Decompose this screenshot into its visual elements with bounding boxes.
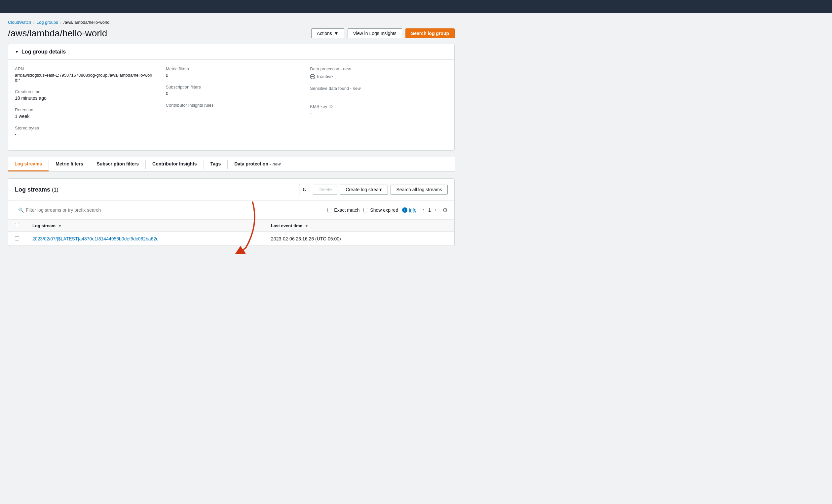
arn-label: ARN xyxy=(15,67,152,71)
toggle-icon[interactable]: ▼ xyxy=(15,50,19,54)
exact-match-label: Exact match xyxy=(334,207,360,213)
stored-bytes-value: - xyxy=(15,132,152,137)
filter-row: 🔍 Exact match Show expired i Info xyxy=(8,201,454,220)
subscription-filters-label: Subscription filters xyxy=(166,84,297,89)
sort-icon-time: ▼ xyxy=(305,224,308,228)
log-streams-card: Log streams (1) ↻ Delete Create log stre… xyxy=(8,178,454,246)
metric-filters-label: Metric filters xyxy=(166,67,297,71)
search-all-log-streams-button[interactable]: Search all log streams xyxy=(391,185,448,194)
page-title: /aws/lambda/hello-world xyxy=(8,28,107,38)
stream-link[interactable]: 2023/02/07/[$LATEST]a4870e1f81444956b0de… xyxy=(32,236,158,241)
card-header: ▼ Log group details xyxy=(8,44,454,60)
tab-tags[interactable]: Tags xyxy=(204,157,228,171)
breadcrumb-current: /aws/lambda/hello-world xyxy=(63,20,109,25)
header-actions: Actions ▼ View in Logs Insights Search l… xyxy=(311,28,454,38)
details-col-2: Metric filters 0 Subscription filters 0 … xyxy=(159,67,304,144)
row-checkbox-cell xyxy=(8,232,26,246)
show-expired-checkbox[interactable] xyxy=(363,208,368,212)
table-head: Log stream ▼ Last event time ▼ xyxy=(8,220,454,232)
page-header: /aws/lambda/hello-world Actions ▼ View i… xyxy=(8,28,454,38)
search-log-group-button[interactable]: Search log group xyxy=(406,28,454,38)
breadcrumb-cloudwatch[interactable]: CloudWatch xyxy=(8,20,31,25)
inactive-badge: Inactive xyxy=(310,74,333,79)
data-protection-label: Data protection - new xyxy=(310,67,441,71)
sensitive-data-label: Sensitive data found - new xyxy=(310,86,441,91)
table-header-row: Log stream ▼ Last event time ▼ xyxy=(8,220,454,232)
info-icon: i xyxy=(402,207,408,213)
search-all-label: Search all log streams xyxy=(396,187,442,192)
retention-item: Retention 1 week xyxy=(15,107,152,119)
create-log-stream-button[interactable]: Create log stream xyxy=(340,185,388,194)
subscription-filters-item: Subscription filters 0 xyxy=(166,84,297,96)
tab-subscription-filters[interactable]: Subscription filters xyxy=(90,157,146,171)
subscription-filters-value: 0 xyxy=(166,91,297,96)
row-stream-cell: 2023/02/07/[$LATEST]a4870e1f81444956b0de… xyxy=(26,232,264,246)
search-icon: 🔍 xyxy=(18,207,24,213)
th-log-stream[interactable]: Log stream ▼ xyxy=(26,220,264,232)
actions-button[interactable]: Actions ▼ xyxy=(311,28,344,38)
section-title: Log streams (1) xyxy=(15,186,58,193)
settings-icon: ⚙ xyxy=(442,207,448,213)
refresh-button[interactable]: ↻ xyxy=(299,184,310,195)
filter-input[interactable] xyxy=(15,205,246,215)
th-checkbox xyxy=(8,220,26,232)
info-link[interactable]: i Info xyxy=(402,207,416,213)
sensitive-data-badge: new xyxy=(353,86,361,91)
metric-filters-item: Metric filters 0 xyxy=(166,67,297,78)
contributor-insights-label: Contributor Insights rules xyxy=(166,103,297,108)
card-title: Log group details xyxy=(22,49,66,55)
data-protection-item: Data protection - new Inactive xyxy=(310,67,441,79)
retention-value: 1 week xyxy=(15,114,152,119)
tab-contributor-insights[interactable]: Contributor Insights xyxy=(146,157,204,171)
details-col-1: ARN arn:aws:logs:us-east-1:795871678808:… xyxy=(15,67,159,144)
settings-button[interactable]: ⚙ xyxy=(442,206,448,214)
details-grid: ARN arn:aws:logs:us-east-1:795871678808:… xyxy=(15,67,448,144)
view-insights-button[interactable]: View in Logs Insights xyxy=(347,28,402,38)
row-checkbox[interactable] xyxy=(15,236,19,240)
retention-label: Retention xyxy=(15,107,152,112)
tab-log-streams[interactable]: Log streams xyxy=(8,157,49,171)
show-expired-checkbox-label[interactable]: Show expired xyxy=(363,207,398,213)
table-body: 2023/02/07/[$LATEST]a4870e1f81444956b0de… xyxy=(8,232,454,246)
section-actions: ↻ Delete Create log stream Search all lo… xyxy=(299,184,448,195)
details-col-3: Data protection - new Inactive Sensitive… xyxy=(303,67,448,144)
creation-time-item: Creation time 18 minutes ago xyxy=(15,89,152,101)
prev-page-button[interactable]: ‹ xyxy=(421,206,426,214)
exact-match-checkbox[interactable] xyxy=(328,208,332,212)
tab-data-protection[interactable]: Data protection - new xyxy=(228,157,287,171)
breadcrumb-sep-1: › xyxy=(33,20,34,25)
next-page-button[interactable]: › xyxy=(433,206,439,214)
table-row: 2023/02/07/[$LATEST]a4870e1f81444956b0de… xyxy=(8,232,454,246)
data-protection-badge: new xyxy=(343,67,351,71)
delete-button[interactable]: Delete xyxy=(313,185,337,194)
actions-label: Actions xyxy=(317,31,332,36)
section-header: Log streams (1) ↻ Delete Create log stre… xyxy=(8,179,454,201)
pagination: ‹ 1 › xyxy=(421,206,439,214)
create-log-stream-label: Create log stream xyxy=(346,187,382,192)
exact-match-checkbox-label[interactable]: Exact match xyxy=(328,207,360,213)
creation-time-label: Creation time xyxy=(15,89,152,94)
filter-options: Exact match Show expired i Info ‹ 1 › xyxy=(328,206,448,214)
refresh-icon: ↻ xyxy=(302,187,307,193)
tab-metric-filters[interactable]: Metric filters xyxy=(49,157,89,171)
view-insights-label: View in Logs Insights xyxy=(353,31,396,36)
data-protection-value: Inactive xyxy=(310,73,441,79)
contributor-insights-item: Contributor Insights rules - xyxy=(166,103,297,114)
stream-count: (1) xyxy=(52,187,58,192)
kms-key-item: KMS key ID - xyxy=(310,104,441,115)
select-all-checkbox[interactable] xyxy=(15,223,19,227)
sensitive-data-item: Sensitive data found - new - xyxy=(310,86,441,98)
delete-label: Delete xyxy=(318,187,332,192)
log-group-details-card: ▼ Log group details ARN arn:aws:logs:us-… xyxy=(8,44,454,151)
stored-bytes-item: Stored bytes - xyxy=(15,126,152,137)
actions-dropdown-icon: ▼ xyxy=(334,31,339,36)
kms-key-label: KMS key ID xyxy=(310,104,441,109)
sort-icon-stream: ▼ xyxy=(58,224,62,228)
stored-bytes-label: Stored bytes xyxy=(15,126,152,130)
breadcrumb-log-groups[interactable]: Log groups xyxy=(37,20,58,25)
creation-time-value: 18 minutes ago xyxy=(15,96,152,101)
show-expired-label: Show expired xyxy=(370,207,398,213)
th-last-event-time[interactable]: Last event time ▼ xyxy=(264,220,454,232)
kms-key-value: - xyxy=(310,110,441,115)
search-log-group-label: Search log group xyxy=(411,31,449,36)
